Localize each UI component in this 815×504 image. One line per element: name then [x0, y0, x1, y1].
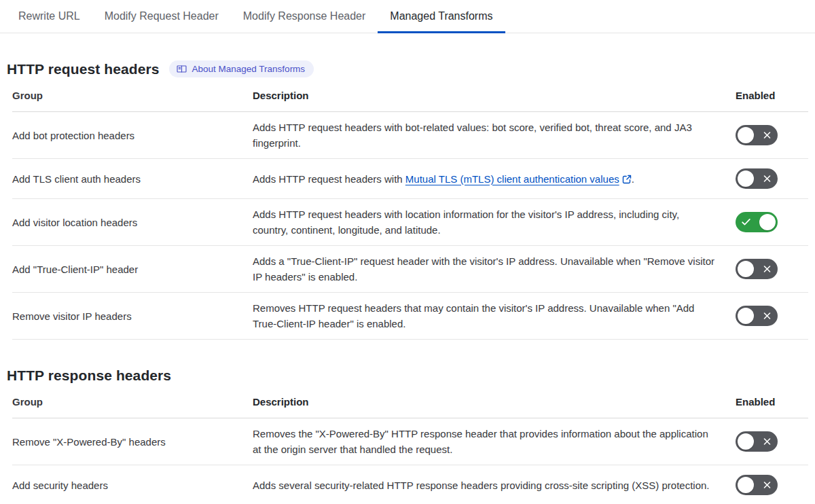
group-cell: Remove "X-Powered-By" headers [12, 434, 253, 450]
toggle-add-visitor-location-headers[interactable] [736, 212, 778, 232]
about-managed-transforms-badge[interactable]: About Managed Transforms [169, 60, 314, 77]
enabled-cell [736, 168, 808, 189]
description-cell: Adds a "True-Client-IP" request header w… [253, 253, 736, 285]
tab-managed-transforms[interactable]: Managed Transforms [378, 0, 505, 33]
book-icon [177, 64, 187, 74]
column-header-enabled: Enabled [736, 384, 808, 418]
toggle-knob [738, 308, 754, 324]
x-icon [763, 438, 771, 446]
description-text: Adds HTTP request headers with bot-relat… [253, 122, 692, 149]
column-header-description: Description [253, 384, 736, 418]
toggle-knob [738, 433, 754, 450]
table-header-row: GroupDescriptionEnabled [12, 384, 808, 418]
toggle-knob [738, 170, 754, 187]
enabled-cell [736, 475, 808, 495]
group-cell: Remove visitor IP headers [12, 308, 253, 324]
toggle-knob [759, 214, 776, 230]
group-cell: Add security headers [12, 478, 253, 493]
column-header-description: Description [253, 77, 736, 111]
description-cell: Adds several security-related HTTP respo… [253, 478, 736, 493]
x-icon [763, 482, 771, 489]
check-icon [742, 219, 750, 226]
description-text: Removes the "X-Powered-By" HTTP response… [253, 428, 708, 455]
description-cell: Removes the "X-Powered-By" HTTP response… [253, 426, 736, 457]
description-cell: Adds HTTP request headers with location … [253, 206, 736, 238]
toggle-knob [738, 261, 754, 277]
group-cell: Add TLS client auth headers [12, 171, 253, 187]
external-link-icon [622, 175, 632, 184]
description-text: Removes HTTP request headers that may co… [253, 302, 694, 329]
enabled-cell [736, 125, 808, 145]
enabled-cell [736, 259, 808, 279]
section-head-http-response-headers: HTTP response headers [7, 367, 808, 384]
x-icon [763, 312, 771, 320]
table-row: Remove visitor IP headersRemoves HTTP re… [12, 293, 808, 340]
description-text: Adds several security-related HTTP respo… [253, 480, 710, 491]
main-content: HTTP request headersAbout Managed Transf… [0, 60, 815, 504]
column-header-group: Group [12, 384, 253, 418]
description-text: Adds a "True-Client-IP" request header w… [253, 255, 714, 283]
table-http-response-headers: GroupDescriptionEnabledRemove "X-Powered… [12, 384, 808, 504]
toggle-add-security-headers[interactable] [736, 475, 778, 495]
toggle-knob [738, 477, 754, 493]
table-body: Add bot protection headersAdds HTTP requ… [12, 112, 808, 340]
group-cell: Add "True-Client-IP" header [12, 262, 253, 277]
table-row: Add TLS client auth headersAdds HTTP req… [12, 159, 808, 199]
description-cell: Removes HTTP request headers that may co… [253, 300, 736, 331]
table-http-request-headers: GroupDescriptionEnabledAdd bot protectio… [12, 77, 808, 340]
description-link[interactable]: Mutual TLS (mTLS) client authentication … [405, 173, 619, 185]
column-header-group: Group [12, 77, 253, 111]
tab-modify-response-header[interactable]: Modify Response Header [231, 0, 378, 33]
toggle-knob [738, 127, 754, 143]
column-header-enabled: Enabled [736, 77, 808, 111]
tab-bar: Rewrite URLModify Request HeaderModify R… [0, 0, 815, 33]
table-row: Add bot protection headersAdds HTTP requ… [12, 112, 808, 159]
table-row: Remove "X-Powered-By" headersRemoves the… [12, 418, 808, 465]
table-row: Add security headersAdds several securit… [12, 465, 808, 504]
section-title: HTTP response headers [7, 367, 171, 384]
x-icon [763, 132, 771, 139]
group-cell: Add bot protection headers [12, 128, 253, 143]
section-title: HTTP request headers [7, 61, 160, 77]
badge-label: About Managed Transforms [192, 64, 306, 74]
description-text: Adds HTTP request headers with location … [253, 209, 679, 236]
tab-rewrite-url[interactable]: Rewrite URL [6, 0, 92, 33]
table-header-row: GroupDescriptionEnabled [12, 77, 808, 112]
table-body: Remove "X-Powered-By" headersRemoves the… [12, 418, 808, 504]
section-head-http-request-headers: HTTP request headersAbout Managed Transf… [7, 60, 808, 77]
description-text: Adds HTTP request headers with [253, 173, 405, 185]
x-icon [763, 175, 771, 183]
toggle-add-tls-client-auth-headers[interactable] [736, 168, 778, 189]
toggle-remove-visitor-ip-headers[interactable] [736, 306, 778, 326]
table-row: Add "True-Client-IP" headerAdds a "True-… [12, 246, 808, 293]
enabled-cell [736, 431, 808, 452]
table-row: Add visitor location headersAdds HTTP re… [12, 199, 808, 246]
enabled-cell [736, 306, 808, 326]
toggle-add-true-client-ip-header[interactable] [736, 259, 778, 279]
enabled-cell [736, 212, 808, 232]
description-cell: Adds HTTP request headers with bot-relat… [253, 120, 736, 151]
description-text: . [632, 173, 634, 185]
toggle-add-bot-protection-headers[interactable] [736, 125, 778, 145]
group-cell: Add visitor location headers [12, 215, 253, 230]
toggle-remove-x-powered-by-headers[interactable] [736, 431, 778, 452]
x-icon [763, 266, 771, 273]
tab-modify-request-header[interactable]: Modify Request Header [92, 0, 231, 33]
description-cell: Adds HTTP request headers with Mutual TL… [253, 171, 736, 187]
